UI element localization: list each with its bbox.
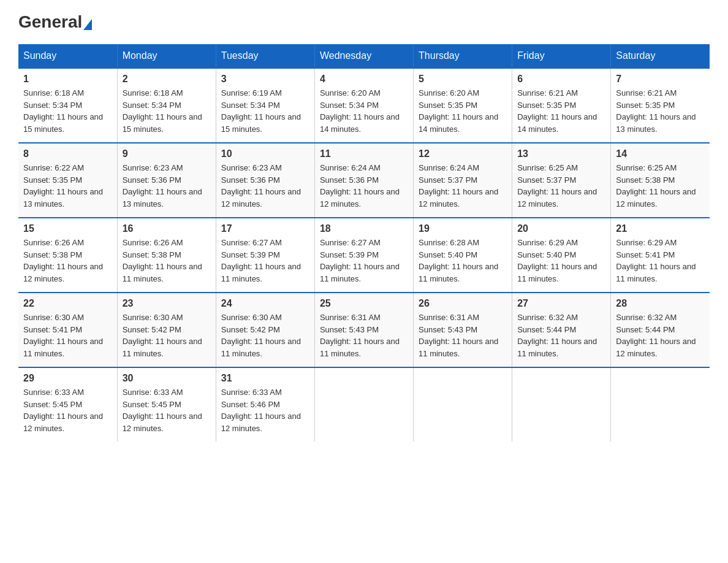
- calendar-cell: 27 Sunrise: 6:32 AM Sunset: 5:44 PM Dayl…: [512, 293, 611, 367]
- day-number: 5: [419, 74, 507, 85]
- calendar-cell: [414, 367, 512, 442]
- calendar-cell: 16 Sunrise: 6:26 AM Sunset: 5:38 PM Dayl…: [117, 218, 216, 293]
- day-number: 31: [221, 373, 309, 384]
- day-info: Sunrise: 6:31 AM Sunset: 5:43 PM Dayligh…: [320, 312, 408, 359]
- calendar-cell: 18 Sunrise: 6:27 AM Sunset: 5:39 PM Dayl…: [314, 218, 413, 293]
- day-number: 6: [517, 74, 605, 85]
- calendar-week-row: 29 Sunrise: 6:33 AM Sunset: 5:45 PM Dayl…: [18, 367, 710, 442]
- calendar-cell: 21 Sunrise: 6:29 AM Sunset: 5:41 PM Dayl…: [611, 218, 710, 293]
- logo-triangle-icon: [83, 19, 92, 30]
- day-info: Sunrise: 6:24 AM Sunset: 5:36 PM Dayligh…: [320, 162, 408, 210]
- day-info: Sunrise: 6:28 AM Sunset: 5:40 PM Dayligh…: [419, 237, 507, 285]
- calendar-cell: [611, 367, 710, 442]
- day-number: 30: [123, 373, 211, 384]
- calendar-cell: 30 Sunrise: 6:33 AM Sunset: 5:45 PM Dayl…: [117, 367, 216, 442]
- day-number: 4: [320, 74, 408, 85]
- calendar-cell: [314, 367, 413, 442]
- day-number: 13: [517, 148, 605, 159]
- day-info: Sunrise: 6:25 AM Sunset: 5:38 PM Dayligh…: [616, 162, 705, 210]
- day-number: 28: [616, 298, 705, 309]
- day-number: 25: [320, 298, 408, 309]
- day-number: 9: [123, 148, 211, 159]
- day-number: 8: [23, 148, 112, 159]
- day-number: 20: [517, 223, 605, 234]
- calendar-cell: 29 Sunrise: 6:33 AM Sunset: 5:45 PM Dayl…: [18, 367, 117, 442]
- header-wednesday: Wednesday: [314, 44, 413, 68]
- day-number: 22: [23, 298, 112, 309]
- calendar-week-row: 1 Sunrise: 6:18 AM Sunset: 5:34 PM Dayli…: [18, 68, 710, 143]
- day-number: 27: [517, 298, 605, 309]
- header-sunday: Sunday: [18, 44, 117, 68]
- calendar-week-row: 8 Sunrise: 6:22 AM Sunset: 5:35 PM Dayli…: [18, 143, 710, 218]
- day-number: 1: [23, 74, 112, 85]
- calendar-cell: 19 Sunrise: 6:28 AM Sunset: 5:40 PM Dayl…: [414, 218, 512, 293]
- day-info: Sunrise: 6:29 AM Sunset: 5:40 PM Dayligh…: [517, 237, 605, 285]
- day-info: Sunrise: 6:31 AM Sunset: 5:43 PM Dayligh…: [419, 312, 507, 359]
- calendar-cell: 23 Sunrise: 6:30 AM Sunset: 5:42 PM Dayl…: [117, 293, 216, 367]
- day-info: Sunrise: 6:33 AM Sunset: 5:45 PM Dayligh…: [123, 386, 211, 434]
- day-number: 7: [616, 74, 705, 85]
- calendar-cell: 14 Sunrise: 6:25 AM Sunset: 5:38 PM Dayl…: [611, 143, 710, 218]
- day-number: 21: [616, 223, 705, 234]
- day-info: Sunrise: 6:26 AM Sunset: 5:38 PM Dayligh…: [123, 237, 211, 285]
- day-number: 29: [23, 373, 112, 384]
- day-number: 3: [221, 74, 309, 85]
- day-number: 24: [221, 298, 309, 309]
- calendar-cell: 5 Sunrise: 6:20 AM Sunset: 5:35 PM Dayli…: [414, 68, 512, 143]
- day-number: 2: [123, 74, 211, 85]
- day-number: 11: [320, 148, 408, 159]
- day-info: Sunrise: 6:18 AM Sunset: 5:34 PM Dayligh…: [123, 87, 211, 135]
- day-info: Sunrise: 6:20 AM Sunset: 5:34 PM Dayligh…: [320, 87, 408, 135]
- day-info: Sunrise: 6:21 AM Sunset: 5:35 PM Dayligh…: [616, 87, 705, 135]
- calendar-cell: 12 Sunrise: 6:24 AM Sunset: 5:37 PM Dayl…: [414, 143, 512, 218]
- day-info: Sunrise: 6:27 AM Sunset: 5:39 PM Dayligh…: [221, 237, 309, 285]
- header-thursday: Thursday: [414, 44, 512, 68]
- page-header: General: [18, 12, 710, 32]
- calendar-cell: 8 Sunrise: 6:22 AM Sunset: 5:35 PM Dayli…: [18, 143, 117, 218]
- calendar-cell: 22 Sunrise: 6:30 AM Sunset: 5:41 PM Dayl…: [18, 293, 117, 367]
- header-saturday: Saturday: [611, 44, 710, 68]
- header-monday: Monday: [117, 44, 216, 68]
- day-info: Sunrise: 6:30 AM Sunset: 5:42 PM Dayligh…: [221, 312, 309, 359]
- day-number: 10: [221, 148, 309, 159]
- day-info: Sunrise: 6:29 AM Sunset: 5:41 PM Dayligh…: [616, 237, 705, 285]
- day-number: 12: [419, 148, 507, 159]
- day-info: Sunrise: 6:24 AM Sunset: 5:37 PM Dayligh…: [419, 162, 507, 210]
- calendar-cell: 3 Sunrise: 6:19 AM Sunset: 5:34 PM Dayli…: [216, 68, 314, 143]
- calendar-cell: 7 Sunrise: 6:21 AM Sunset: 5:35 PM Dayli…: [611, 68, 710, 143]
- day-number: 18: [320, 223, 408, 234]
- day-info: Sunrise: 6:22 AM Sunset: 5:35 PM Dayligh…: [23, 162, 112, 210]
- calendar-cell: 13 Sunrise: 6:25 AM Sunset: 5:37 PM Dayl…: [512, 143, 611, 218]
- day-info: Sunrise: 6:33 AM Sunset: 5:45 PM Dayligh…: [23, 386, 112, 434]
- calendar-cell: 6 Sunrise: 6:21 AM Sunset: 5:35 PM Dayli…: [512, 68, 611, 143]
- calendar-cell: 11 Sunrise: 6:24 AM Sunset: 5:36 PM Dayl…: [314, 143, 413, 218]
- day-info: Sunrise: 6:20 AM Sunset: 5:35 PM Dayligh…: [419, 87, 507, 135]
- calendar-cell: 1 Sunrise: 6:18 AM Sunset: 5:34 PM Dayli…: [18, 68, 117, 143]
- day-number: 15: [23, 223, 112, 234]
- day-number: 23: [123, 298, 211, 309]
- calendar-cell: 9 Sunrise: 6:23 AM Sunset: 5:36 PM Dayli…: [117, 143, 216, 218]
- calendar-cell: 24 Sunrise: 6:30 AM Sunset: 5:42 PM Dayl…: [216, 293, 314, 367]
- calendar-cell: 10 Sunrise: 6:23 AM Sunset: 5:36 PM Dayl…: [216, 143, 314, 218]
- day-number: 16: [123, 223, 211, 234]
- logo-general-text: General: [18, 12, 82, 32]
- calendar-cell: 26 Sunrise: 6:31 AM Sunset: 5:43 PM Dayl…: [414, 293, 512, 367]
- header-friday: Friday: [512, 44, 611, 68]
- calendar-cell: 28 Sunrise: 6:32 AM Sunset: 5:44 PM Dayl…: [611, 293, 710, 367]
- calendar-header-row: SundayMondayTuesdayWednesdayThursdayFrid…: [18, 44, 710, 68]
- calendar-table: SundayMondayTuesdayWednesdayThursdayFrid…: [18, 44, 710, 442]
- day-info: Sunrise: 6:30 AM Sunset: 5:41 PM Dayligh…: [23, 312, 112, 359]
- day-info: Sunrise: 6:18 AM Sunset: 5:34 PM Dayligh…: [23, 87, 112, 135]
- day-number: 19: [419, 223, 507, 234]
- day-info: Sunrise: 6:25 AM Sunset: 5:37 PM Dayligh…: [517, 162, 605, 210]
- day-info: Sunrise: 6:32 AM Sunset: 5:44 PM Dayligh…: [616, 312, 705, 359]
- day-info: Sunrise: 6:23 AM Sunset: 5:36 PM Dayligh…: [123, 162, 211, 210]
- day-number: 17: [221, 223, 309, 234]
- calendar-cell: 2 Sunrise: 6:18 AM Sunset: 5:34 PM Dayli…: [117, 68, 216, 143]
- day-info: Sunrise: 6:30 AM Sunset: 5:42 PM Dayligh…: [123, 312, 211, 359]
- calendar-cell: [512, 367, 611, 442]
- day-info: Sunrise: 6:33 AM Sunset: 5:46 PM Dayligh…: [221, 386, 309, 434]
- header-tuesday: Tuesday: [216, 44, 314, 68]
- day-info: Sunrise: 6:26 AM Sunset: 5:38 PM Dayligh…: [23, 237, 112, 285]
- calendar-cell: 31 Sunrise: 6:33 AM Sunset: 5:46 PM Dayl…: [216, 367, 314, 442]
